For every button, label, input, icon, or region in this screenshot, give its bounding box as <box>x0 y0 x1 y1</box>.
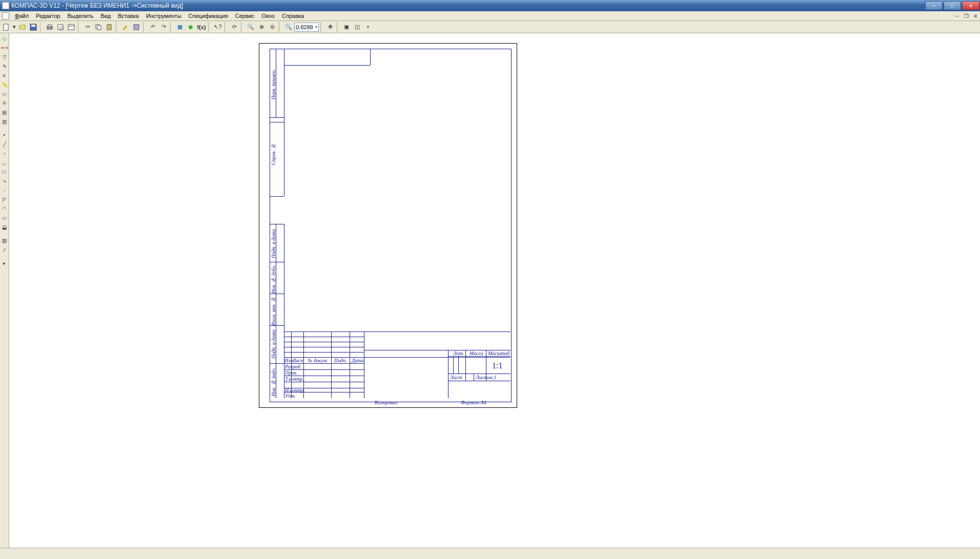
zoom-scale-button[interactable]: 🔍 <box>283 22 294 32</box>
svg-rect-4 <box>48 25 51 27</box>
zoom-combo[interactable]: 0.8288▾ <box>294 23 319 32</box>
save-button[interactable] <box>28 22 38 32</box>
hatch-tool[interactable]: ▨ <box>1 236 9 244</box>
side-inv-podl-label: Инв. № подл. <box>271 367 276 397</box>
statusbar <box>0 548 980 559</box>
svg-rect-12 <box>134 25 139 30</box>
chamfer-tool[interactable]: ◸ <box>1 195 9 203</box>
views-button[interactable]: ⎘ <box>1 99 9 107</box>
maximize-button[interactable]: □ <box>944 1 961 10</box>
variables-button[interactable]: f(x) <box>196 22 207 32</box>
compact-panel: ◇ ⟷ ▽ ✎ ≡ 📏 ▭ ⎘ ▤ ▥ • ╱ ○ ◡ ⬭ ∿ ⟋ ◸ ◠ ▭ … <box>0 33 9 548</box>
equidistant-tool[interactable]: ⫽ <box>1 245 9 254</box>
undo-button[interactable]: ↶ <box>148 22 158 32</box>
show-all-button[interactable]: ◫ <box>352 22 362 32</box>
collect-tool[interactable]: ⬓ <box>1 223 9 231</box>
paste-button[interactable] <box>104 22 114 32</box>
menu-edit[interactable]: Редактор <box>32 12 64 19</box>
params-button[interactable]: ≡ <box>1 71 9 79</box>
format-painter-button[interactable] <box>120 22 131 32</box>
open-button[interactable] <box>17 22 28 32</box>
menu-select[interactable]: Выделить <box>64 12 97 19</box>
reports-button[interactable]: ▥ <box>1 117 9 126</box>
toolbar1-overflow[interactable]: ▾ <box>363 22 373 32</box>
minimize-button[interactable]: ─ <box>925 1 943 10</box>
print-button[interactable] <box>45 22 55 32</box>
properties-button[interactable] <box>66 22 76 32</box>
zoom-out-button[interactable]: ⊖ <box>267 22 277 32</box>
menu-tools[interactable]: Инструменты <box>142 12 185 19</box>
side-inv-dubl-label: Инв. № дубл. <box>271 265 276 294</box>
fillet-tool[interactable]: ◠ <box>1 204 9 213</box>
pan-button[interactable]: ✥ <box>325 22 335 32</box>
masshtab-label: Масштаб <box>488 350 510 356</box>
app-icon <box>2 2 9 9</box>
library-button[interactable]: ▦ <box>175 22 185 32</box>
svg-rect-2 <box>31 25 35 27</box>
redo-button[interactable]: ↷ <box>158 22 169 32</box>
dimensions-button[interactable]: ⟷ <box>1 44 9 52</box>
copy-button[interactable] <box>93 22 104 32</box>
polyline-tool[interactable]: ⟋ <box>1 186 9 194</box>
line-tool[interactable]: ╱ <box>1 140 9 148</box>
menu-window[interactable]: Окно <box>258 12 278 19</box>
lit-label: Лит. <box>453 350 464 356</box>
utv-label: Утв. <box>285 393 296 399</box>
mdi-minimize-button[interactable]: ─ <box>953 12 961 19</box>
podp-label: Подп. <box>334 358 347 363</box>
help-context-button[interactable]: ↖? <box>213 22 223 32</box>
cut-button[interactable]: ✂ <box>83 22 93 32</box>
kopiroval-label: Копировал <box>375 400 398 405</box>
window-title: КОМПАС-3D V12 - [Чертеж БЕЗ ИМЕНИ1 ->Сис… <box>11 2 925 9</box>
menu-view[interactable]: Вид <box>97 12 114 19</box>
menu-insert[interactable]: Вставка <box>114 12 142 19</box>
titlebar: КОМПАС-3D V12 - [Чертеж БЕЗ ИМЕНИ1 ->Сис… <box>0 0 980 11</box>
select-panel-button[interactable]: ▭ <box>1 90 9 98</box>
arc-tool[interactable]: ◡ <box>1 158 9 167</box>
side-sprav-label: Справ. № <box>271 143 276 165</box>
mdi-close-button[interactable]: ✕ <box>971 12 979 19</box>
rectangle-tool[interactable]: ▭ <box>1 214 9 222</box>
ellipse-tool[interactable]: ⬭ <box>1 168 9 176</box>
zoom-window-button[interactable]: 🔍 <box>246 22 256 32</box>
geometry-button[interactable]: ◇ <box>1 34 9 43</box>
menu-spec[interactable]: Спецификация <box>185 12 232 19</box>
data-label: Дата <box>352 358 364 363</box>
mdi-restore-button[interactable]: ❐ <box>962 12 970 19</box>
format-label: Формат A4 <box>461 400 486 405</box>
side-podp-data2-label: Подп. и дата <box>271 329 276 359</box>
point-tool[interactable]: • <box>1 131 9 139</box>
drawing-canvas[interactable]: Перв. примен. Справ. № Подп. и дата Инв.… <box>9 33 980 548</box>
refresh-button[interactable]: ⟳ <box>229 22 239 32</box>
side-vzam-label: Взам. инв. № <box>271 297 276 326</box>
fit-button[interactable]: ▣ <box>341 22 352 32</box>
svg-rect-10 <box>97 26 101 30</box>
razrab-label: Разраб. <box>285 364 301 369</box>
menu-file[interactable]: Файл <box>11 12 32 19</box>
list2-label: Лист <box>450 375 462 380</box>
svg-rect-11 <box>107 25 111 30</box>
svg-rect-7 <box>68 25 74 30</box>
zoom-value: 0.8288 <box>296 24 313 30</box>
massa-label: Масса <box>469 350 483 356</box>
panel-expand[interactable]: ▸ <box>1 259 9 267</box>
new-dropdown-button[interactable]: ▾ <box>12 22 17 32</box>
spec-button[interactable]: ▤ <box>1 108 9 116</box>
edit-geom-button[interactable]: ✎ <box>1 62 9 70</box>
measure-button[interactable]: 📏 <box>1 80 9 89</box>
spline-tool[interactable]: ∿ <box>1 177 9 185</box>
new-button[interactable] <box>1 22 11 32</box>
manager-button[interactable]: ◉ <box>186 22 196 32</box>
zoom-in-button[interactable]: ⊕ <box>256 22 267 32</box>
preview-button[interactable] <box>55 22 66 32</box>
symbols-button[interactable]: ▽ <box>1 53 9 61</box>
close-button[interactable]: ✕ <box>962 1 979 10</box>
props-panel-button[interactable] <box>131 22 141 32</box>
menu-help[interactable]: Справка <box>278 12 308 19</box>
mdi-doc-icon <box>2 12 9 19</box>
circle-tool[interactable]: ○ <box>1 149 9 157</box>
prov-label: Пров. <box>285 370 297 376</box>
standard-toolbar: ▾ ✂ ↶ ↷ ▦ ◉ f(x) ↖? ⟳ 🔍 ⊕ ⊖ 🔍 0.8288▾ ✥ … <box>0 21 980 33</box>
scale-value: 1:1 <box>492 361 502 370</box>
menu-service[interactable]: Сервис <box>232 12 258 19</box>
